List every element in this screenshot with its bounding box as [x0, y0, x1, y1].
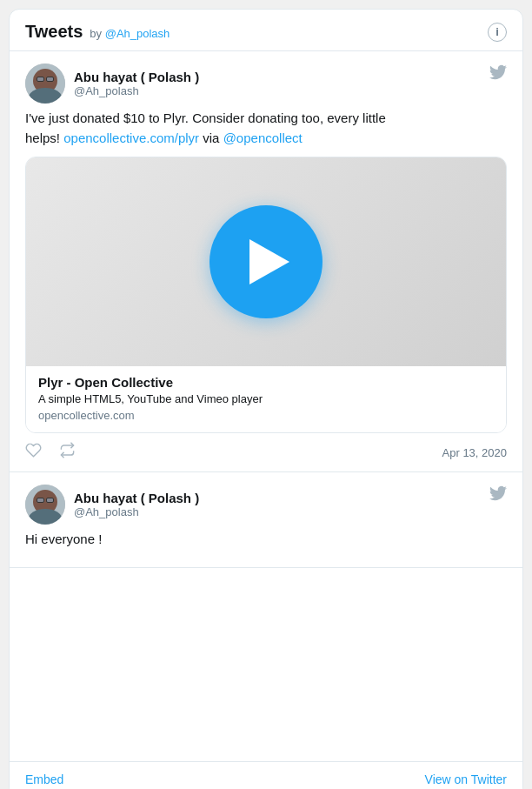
play-triangle-icon [249, 239, 289, 284]
media-card-info: Plyr - Open Collective A simple HTML5, Y… [26, 366, 506, 432]
info-icon: i [495, 25, 499, 38]
retweet-icon[interactable] [59, 442, 76, 463]
tweet1-link-2[interactable]: @opencollect [223, 130, 303, 145]
avatar-inner [25, 485, 65, 525]
widget-body[interactable]: Abu hayat ( Polash ) @Ah_polash I've jus… [10, 51, 522, 761]
user-info: Abu hayat ( Polash ) @Ah_polash [74, 70, 199, 97]
avatar-glass-left [37, 77, 44, 82]
user-info: Abu hayat ( Polash ) @Ah_polash [74, 491, 199, 518]
media-card-image[interactable] [26, 157, 506, 366]
widget-header: Tweets by @Ah_polash i [10, 10, 522, 51]
widget-title: Tweets [25, 22, 83, 42]
avatar-glasses [37, 77, 54, 82]
media-card-title: Plyr - Open Collective [38, 375, 494, 390]
avatar-glass-right [46, 77, 54, 82]
tweet1-link-1[interactable]: opencollective.com/plyr [63, 130, 199, 145]
media-card-desc: A simple HTML5, YouTube and Vimeo player [38, 392, 494, 405]
info-button[interactable]: i [488, 23, 507, 42]
avatar-glasses [37, 498, 54, 503]
widget-subtitle: by @Ah_polash [90, 27, 170, 40]
subtitle-handle[interactable]: @Ah_polash [105, 27, 170, 40]
tweet-item: Abu hayat ( Polash ) @Ah_polash I've jus… [10, 51, 522, 472]
avatar [25, 485, 65, 525]
tweet2-user-handle: @Ah_polash [74, 505, 199, 518]
tweet-header: Abu hayat ( Polash ) @Ah_polash [25, 64, 507, 104]
tweet-header: Abu hayat ( Polash ) @Ah_polash [25, 485, 507, 525]
subtitle-prefix: by [90, 27, 102, 40]
avatar-glass-right [46, 498, 54, 503]
avatar-body [29, 509, 62, 525]
view-on-twitter-link[interactable]: View on Twitter [425, 772, 507, 786]
tweet-user: Abu hayat ( Polash ) @Ah_polash [25, 485, 199, 525]
heart-icon[interactable] [25, 442, 42, 463]
avatar-glass-left [37, 498, 44, 503]
twitter-bird-icon [489, 64, 507, 85]
tweets-widget: Tweets by @Ah_polash i [9, 9, 523, 789]
media-card-url: opencollective.com [38, 409, 494, 422]
media-card[interactable]: Plyr - Open Collective A simple HTML5, Y… [25, 157, 507, 433]
tweet1-actions-left [25, 442, 76, 463]
tweet2-text: Hi everyone ! [25, 530, 507, 550]
tweet1-user-handle: @Ah_polash [74, 84, 199, 97]
avatar-body [29, 88, 62, 104]
tweet1-text: I've just donated $10 to Plyr. Consider … [25, 109, 507, 148]
twitter-bird-icon [489, 485, 507, 506]
tweet2-user-name: Abu hayat ( Polash ) [74, 491, 199, 505]
play-button[interactable] [209, 205, 323, 318]
widget-footer: Embed View on Twitter [10, 761, 522, 789]
header-left: Tweets by @Ah_polash [25, 22, 170, 42]
tweet1-user-name: Abu hayat ( Polash ) [74, 70, 199, 84]
embed-link[interactable]: Embed [25, 772, 63, 786]
tweet1-date: Apr 13, 2020 [442, 446, 507, 459]
avatar [25, 64, 65, 104]
avatar-inner [25, 64, 65, 104]
tweet-item: Abu hayat ( Polash ) @Ah_polash Hi every… [10, 472, 522, 568]
tweet-user: Abu hayat ( Polash ) @Ah_polash [25, 64, 199, 104]
tweet1-actions: Apr 13, 2020 [25, 442, 507, 463]
